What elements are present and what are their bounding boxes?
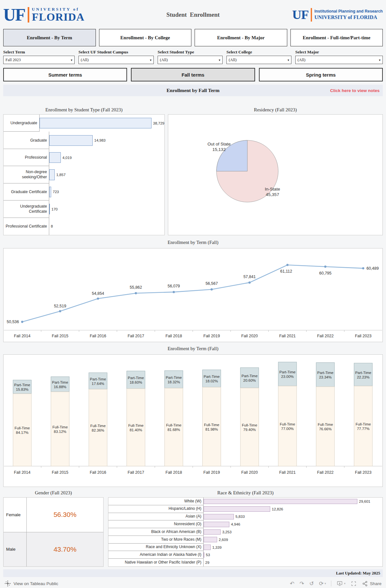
data-point[interactable]	[59, 310, 61, 313]
chart-title-gender: Gender (Fall 2023)	[3, 490, 104, 497]
tab-enrollment-by-college[interactable]: Enrollment - By College	[99, 29, 192, 46]
bar[interactable]	[204, 545, 211, 550]
filter-term: Select Term Fall 2023 ▾	[3, 50, 75, 64]
data-point[interactable]	[135, 292, 137, 294]
spring-terms-button[interactable]: Spring terms	[259, 68, 383, 81]
select-value: (All)	[298, 58, 305, 62]
data-point[interactable]	[362, 267, 364, 269]
bar[interactable]	[49, 152, 61, 163]
data-point[interactable]	[97, 297, 99, 300]
undo-icon[interactable]: ↶	[290, 581, 294, 586]
bar[interactable]	[49, 187, 51, 197]
term-select[interactable]: Fall 2023 ▾	[3, 56, 75, 64]
summer-terms-button[interactable]: Summer terms	[3, 68, 127, 81]
pie-value: 45,357	[266, 192, 279, 197]
student-type-select[interactable]: (All) ▾	[158, 56, 223, 64]
segment-value: 16.88%	[54, 385, 66, 389]
bar[interactable]	[49, 169, 55, 180]
select-value: (All)	[81, 58, 88, 62]
bar-value-label: 1,339	[212, 546, 222, 549]
bar[interactable]	[204, 522, 229, 527]
category-row: Undergraduate38,729	[4, 115, 164, 132]
category-row: American Indian or Alaska Native (I)53	[108, 551, 382, 559]
section-header: Enrollment by Fall Term Click here to vi…	[3, 85, 383, 96]
bar[interactable]	[204, 537, 217, 542]
segment-value: 81.68%	[168, 428, 180, 432]
category-row: Nonresident (O)4,946	[108, 520, 382, 528]
segment-label: Part-Time	[242, 374, 258, 378]
data-point[interactable]	[286, 264, 289, 266]
segment-label: Part-Time	[355, 371, 371, 375]
major-select[interactable]: (All) ▾	[295, 56, 383, 64]
gender-percentage[interactable]: 56.30%	[27, 498, 103, 532]
gender-table: Female56.30%Male43.70%	[3, 497, 104, 567]
point-value-label: 55,862	[130, 285, 142, 290]
redo-icon[interactable]: ↷	[299, 581, 304, 586]
tab-label: Enrollment - By College	[120, 35, 170, 41]
data-point[interactable]	[173, 291, 175, 293]
download-menu[interactable]: ▾	[336, 581, 345, 586]
segment-label: Full-Time	[204, 423, 219, 427]
bar-value-label: 3,253	[222, 530, 232, 534]
segment-label: Full-Time	[52, 425, 68, 429]
full-time-segment[interactable]	[278, 386, 297, 466]
bar[interactable]	[204, 529, 221, 535]
x-axis-label: Fall 2023	[355, 334, 371, 338]
chart-title-enrollment-line: Enrollment by Term (Fall)	[3, 240, 383, 247]
college-select[interactable]: (All) ▾	[226, 56, 291, 64]
race-ethnicity-bar-chart: White (W)29,601Hispanic/Latino (H)12,826…	[108, 497, 383, 567]
charts-row-bottom: Gender (Fall 2023) Female56.30%Male43.70…	[3, 490, 383, 567]
header: UF UNIVERSITY of FLORIDA Student Enrollm…	[3, 3, 383, 26]
chevron-down-icon: ▾	[325, 582, 326, 585]
view-on-tableau-public[interactable]: View on Tableau Public	[5, 580, 58, 587]
ipr-logo: UF Institutional Planning and Research U…	[273, 8, 383, 22]
x-axis-label: Fall 2021	[279, 334, 296, 338]
gender-percentage[interactable]: 43.70%	[27, 532, 103, 567]
category-label: Two or More Races (M)	[108, 536, 204, 544]
bar[interactable]	[204, 506, 270, 512]
share-button[interactable]: Share	[362, 581, 381, 587]
filter-major: Select Major (All) ▾	[295, 50, 383, 64]
campus-select[interactable]: (All) ▾	[78, 56, 154, 64]
bar[interactable]	[49, 135, 93, 146]
data-point[interactable]	[324, 266, 326, 268]
tab-enrollment-by-major[interactable]: Enrollment - By Major	[195, 29, 287, 46]
tab-enrollment-by-term[interactable]: Enrollment - By Term	[3, 29, 96, 46]
x-axis-label: Fall 2020	[241, 334, 258, 338]
view-notes-link[interactable]: Click here to view notes	[330, 88, 380, 93]
logo-divider	[311, 8, 312, 22]
gender-label: Male	[4, 532, 27, 567]
part-time-segment[interactable]	[127, 371, 145, 389]
segment-label: Full-Time	[355, 422, 371, 426]
part-time-segment[interactable]	[316, 363, 335, 387]
bar-zone: 1,339	[204, 544, 382, 551]
tab-enrollment-fulltime-parttime[interactable]: Enrollment - Full-time/Part-time	[290, 29, 383, 46]
part-time-segment[interactable]	[89, 373, 107, 389]
segment-value: 23.34%	[319, 375, 332, 379]
segment-value: 82.36%	[92, 428, 104, 432]
button-label: Spring terms	[306, 72, 336, 78]
bar-value-label: 5,833	[235, 515, 245, 518]
fullscreen-icon[interactable]	[351, 581, 357, 587]
x-axis-label: Fall 2017	[128, 470, 144, 475]
category-label: Professional Certificate	[4, 218, 49, 235]
fall-terms-button[interactable]: Fall terms	[131, 68, 255, 81]
bar[interactable]	[49, 204, 50, 214]
x-axis-label: Fall 2014	[14, 470, 30, 475]
gender-label: Female	[4, 498, 27, 532]
bar[interactable]	[204, 552, 204, 558]
bar-zone: 4,946	[204, 520, 382, 528]
student-type-bar-chart: Undergraduate38,729Graduate14,983Profess…	[3, 114, 165, 235]
bar[interactable]	[204, 514, 234, 519]
bar-zone: 38,729	[40, 115, 164, 132]
term-buttons: Summer terms Fall terms Spring terms	[3, 68, 383, 81]
data-point[interactable]	[211, 288, 213, 291]
bar[interactable]	[204, 499, 357, 504]
data-point[interactable]	[248, 282, 251, 284]
refresh-menu[interactable]: ⟳ ▾	[319, 581, 326, 586]
data-point[interactable]	[21, 321, 23, 323]
bar[interactable]	[40, 118, 152, 128]
reset-icon[interactable]: ↺	[309, 581, 314, 586]
point-value-label: 52,519	[54, 304, 66, 308]
filter-label: Select Term	[3, 50, 75, 55]
